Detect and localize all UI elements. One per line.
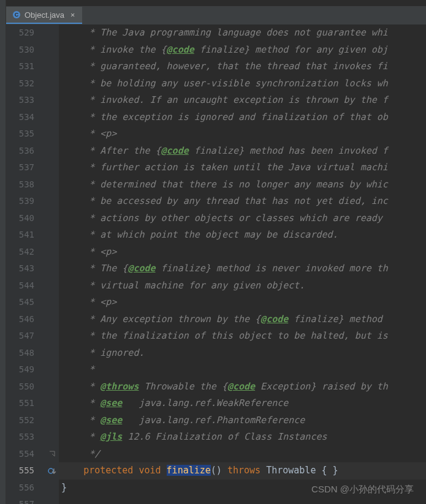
line-number[interactable]: 548 [6, 345, 34, 362]
code-line[interactable]: * determined that there is no longer any… [59, 176, 426, 194]
line-number[interactable]: 533 [6, 92, 34, 109]
svg-text:C: C [15, 12, 19, 18]
gutter-icon-cell [45, 446, 59, 463]
java-class-icon: C [12, 10, 21, 19]
code-line[interactable]: * the finalization of this object to be … [59, 328, 426, 345]
code-line[interactable]: * invoked. If an uncaught exception is t… [59, 92, 426, 109]
gutter-icon-cell [45, 24, 59, 42]
gutter-icon-cell [45, 378, 59, 396]
line-number[interactable]: 539 [6, 193, 34, 210]
line-number[interactable]: 549 [6, 361, 34, 378]
gutter-icon-cell [45, 75, 59, 92]
gutter-icon-cell [45, 361, 59, 378]
code-line[interactable]: * virtual machine for any given object. [59, 277, 426, 295]
gutter-icon-cell [45, 143, 59, 160]
gutter-icon-cell [45, 294, 59, 311]
svg-point-2 [48, 468, 53, 473]
code-line[interactable]: * @jls 12.6 Finalization of Class Instan… [59, 429, 426, 446]
editor-tab-object-java[interactable]: C Object.java ✕ [6, 7, 82, 24]
line-number[interactable]: 550 [6, 378, 34, 396]
line-number[interactable]: 534 [6, 109, 34, 126]
gutter-icon-cell [45, 462, 59, 480]
gutter-icon-cell [45, 328, 59, 345]
line-number-gutter[interactable]: 5295305315325335345355365375385395405415… [6, 24, 45, 504]
code-line[interactable]: * ignored. [59, 345, 426, 362]
gutter-icon-cell [45, 193, 59, 210]
line-number[interactable]: 536 [6, 143, 34, 160]
line-number[interactable]: 542 [6, 244, 34, 261]
gutter-icon-cell [45, 277, 59, 295]
line-number[interactable]: 553 [6, 429, 34, 446]
line-number[interactable]: 555 [6, 462, 34, 480]
line-number[interactable]: 544 [6, 277, 34, 295]
editor-pane: 5295305315325335345355365375385395405415… [6, 24, 426, 504]
gutter-icon-cell [45, 159, 59, 176]
code-line[interactable]: * After the {@code finalize} method has … [59, 143, 426, 160]
code-line[interactable]: * actions by other objects or classes wh… [59, 210, 426, 227]
gutter-icon-cell [45, 227, 59, 244]
code-line[interactable]: * the exception is ignored and finalizat… [59, 109, 426, 126]
override-down-icon[interactable] [48, 467, 56, 475]
gutter-icon-cell [45, 345, 59, 362]
gutter-icon-cell [45, 58, 59, 75]
line-number[interactable]: 529 [6, 24, 34, 42]
gutter-icon-cell [45, 244, 59, 261]
gutter-icon-cell [45, 176, 59, 194]
gutter-icon-cell [45, 496, 59, 504]
code-line[interactable]: * The Java programming language does not… [59, 24, 426, 42]
editor-tab-bar: C Object.java ✕ [6, 6, 426, 24]
line-number[interactable]: 543 [6, 260, 34, 277]
code-line[interactable]: * invoke the {@code finalize} method for… [59, 42, 426, 59]
code-line[interactable]: * Any exception thrown by the {@code fin… [59, 311, 426, 328]
line-number[interactable]: 535 [6, 126, 34, 143]
gutter-icon-cell [45, 210, 59, 227]
code-line[interactable]: * guaranteed, however, that the thread t… [59, 58, 426, 75]
code-line[interactable]: * <p> [59, 294, 426, 311]
line-number[interactable]: 547 [6, 328, 34, 345]
line-number[interactable]: 532 [6, 75, 34, 92]
gutter-icon-cell [45, 429, 59, 446]
code-line[interactable]: * be holding any user-visible synchroniz… [59, 75, 426, 92]
code-line[interactable]: */ [59, 446, 426, 463]
gutter-icon-cell [45, 412, 59, 429]
tab-filename: Object.java [25, 10, 64, 20]
line-number[interactable]: 545 [6, 294, 34, 311]
code-line[interactable]: * further action is taken until the Java… [59, 159, 426, 176]
line-number[interactable]: 557 [6, 496, 34, 504]
gutter-icon-cell [45, 92, 59, 109]
line-number[interactable]: 540 [6, 210, 34, 227]
code-line[interactable]: * @see java.lang.ref.WeakReference [59, 395, 426, 412]
line-number[interactable]: 537 [6, 159, 34, 176]
line-number[interactable]: 541 [6, 227, 34, 244]
line-number[interactable]: 552 [6, 412, 34, 429]
line-number[interactable]: 554 [6, 446, 34, 463]
line-number[interactable]: 531 [6, 58, 34, 75]
gutter-icon-cell [45, 126, 59, 143]
code-line[interactable]: * be accessed by any thread that has not… [59, 193, 426, 210]
icon-gutter[interactable] [45, 24, 59, 504]
code-line[interactable]: * at which point the object may be disca… [59, 227, 426, 244]
close-icon[interactable]: ✕ [68, 10, 77, 19]
gutter-icon-cell [45, 260, 59, 277]
gutter-icon-cell [45, 311, 59, 328]
line-number[interactable]: 556 [6, 480, 34, 497]
line-number[interactable]: 530 [6, 42, 34, 59]
tool-window-strip[interactable] [0, 0, 6, 504]
code-line[interactable]: * <p> [59, 126, 426, 143]
code-area[interactable]: * The Java programming language does not… [59, 24, 426, 504]
gutter-icon-cell [45, 109, 59, 126]
code-line[interactable]: } [59, 480, 426, 497]
code-line[interactable]: * @see java.lang.ref.PhantomReference [59, 412, 426, 429]
code-line[interactable]: * [59, 361, 426, 378]
line-number[interactable]: 538 [6, 176, 34, 194]
gutter-icon-cell [45, 480, 59, 497]
line-number[interactable]: 546 [6, 311, 34, 328]
line-number[interactable]: 551 [6, 395, 34, 412]
code-line[interactable]: * <p> [59, 244, 426, 261]
code-line[interactable]: * The {@code finalize} method is never i… [59, 260, 426, 277]
code-line[interactable] [59, 496, 426, 504]
code-line[interactable]: * @throws Throwable the {@code Exception… [59, 378, 426, 396]
gutter-icon-cell [45, 395, 59, 412]
fold-end-icon[interactable] [49, 451, 55, 457]
code-line[interactable]: protected void finalize() throws Throwab… [59, 462, 426, 480]
